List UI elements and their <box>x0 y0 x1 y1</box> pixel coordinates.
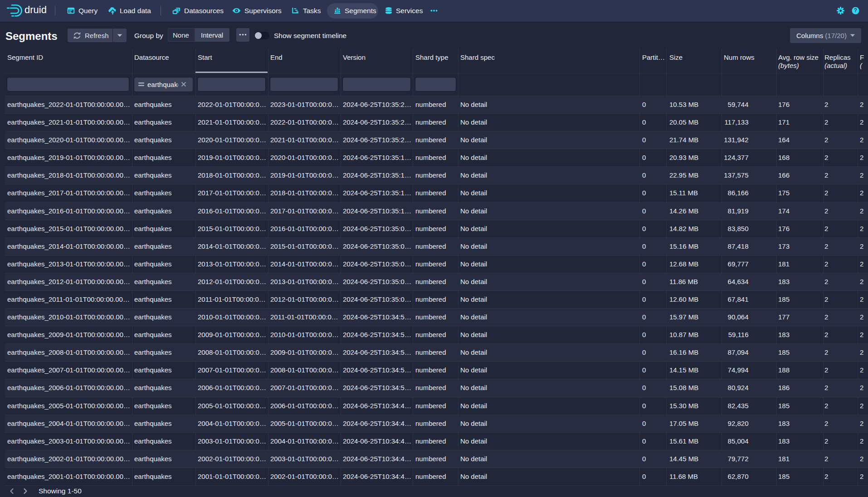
svg-text:?: ? <box>854 7 857 14</box>
